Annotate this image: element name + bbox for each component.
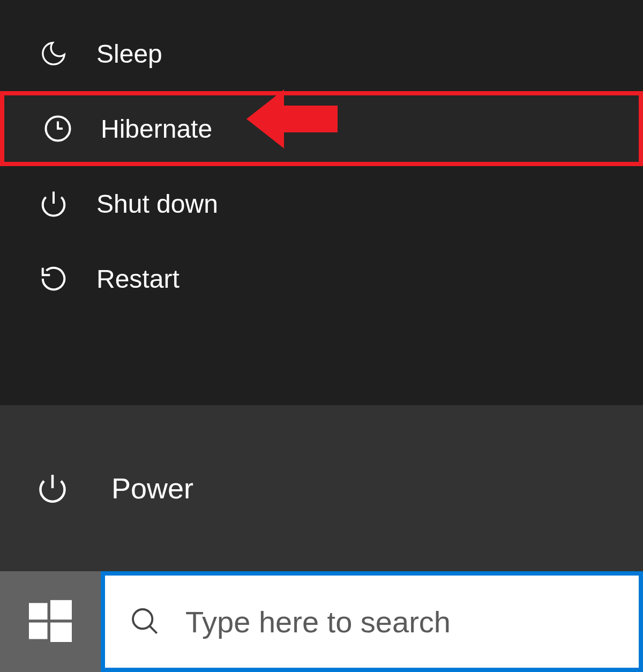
search-placeholder: Type here to search: [185, 604, 451, 639]
svg-line-9: [149, 626, 156, 633]
menu-item-restart[interactable]: Restart: [0, 241, 643, 316]
menu-item-hibernate[interactable]: Hibernate: [0, 91, 643, 166]
search-input[interactable]: Type here to search: [101, 571, 643, 672]
power-button-panel[interactable]: Power: [0, 405, 643, 571]
power-options-menu: Sleep Hibernate Shut down Restart: [0, 0, 643, 405]
menu-item-label: Restart: [96, 264, 180, 294]
menu-item-label: Shut down: [96, 189, 218, 219]
menu-item-shutdown[interactable]: Shut down: [0, 166, 643, 241]
svg-rect-6: [29, 623, 48, 639]
restart-icon: [38, 263, 70, 295]
svg-point-8: [133, 609, 152, 629]
power-icon: [38, 188, 70, 220]
moon-icon: [38, 38, 70, 70]
taskbar: Type here to search: [0, 571, 643, 672]
svg-rect-5: [50, 600, 72, 619]
windows-logo-icon: [29, 599, 72, 644]
menu-item-label: Sleep: [96, 39, 162, 69]
svg-rect-4: [29, 603, 48, 619]
power-panel-label: Power: [111, 472, 193, 505]
power-icon: [36, 472, 69, 504]
clock-icon: [42, 113, 74, 145]
menu-item-sleep[interactable]: Sleep: [0, 16, 643, 91]
search-icon: [126, 603, 164, 640]
start-button[interactable]: [0, 571, 101, 672]
menu-item-label: Hibernate: [101, 114, 212, 144]
svg-rect-7: [50, 623, 72, 642]
